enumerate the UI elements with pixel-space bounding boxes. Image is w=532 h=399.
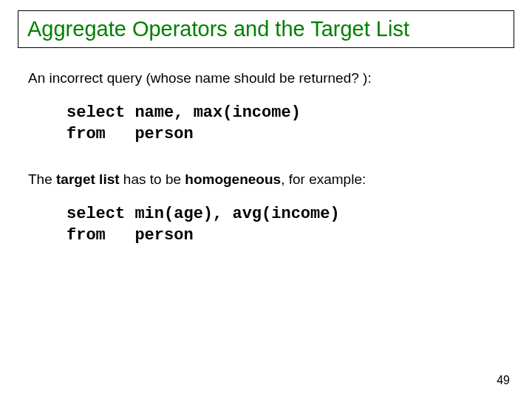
paragraph-2: The target list has to be homogeneous, f… xyxy=(28,171,504,188)
slide-title: Aggregate Operators and the Target List xyxy=(27,17,505,41)
p1-bold: name xyxy=(195,70,231,86)
p1-pre: An incorrect query (whose xyxy=(28,70,195,86)
p2-bold2: homogeneous xyxy=(185,171,281,187)
p2-mid: has to be xyxy=(120,171,185,187)
title-box: Aggregate Operators and the Target List xyxy=(18,10,514,48)
page-number: 49 xyxy=(497,374,510,387)
code-block-2: select min(age), avg(income) from person xyxy=(66,204,532,246)
code-block-1: select name, max(income) from person xyxy=(66,103,532,145)
p2-pre: The xyxy=(28,171,56,187)
p2-post: , for example: xyxy=(281,171,366,187)
p2-bold1: target list xyxy=(56,171,120,187)
p1-post: should be returned? ): xyxy=(231,70,372,86)
paragraph-1: An incorrect query (whose name should be… xyxy=(28,70,504,86)
